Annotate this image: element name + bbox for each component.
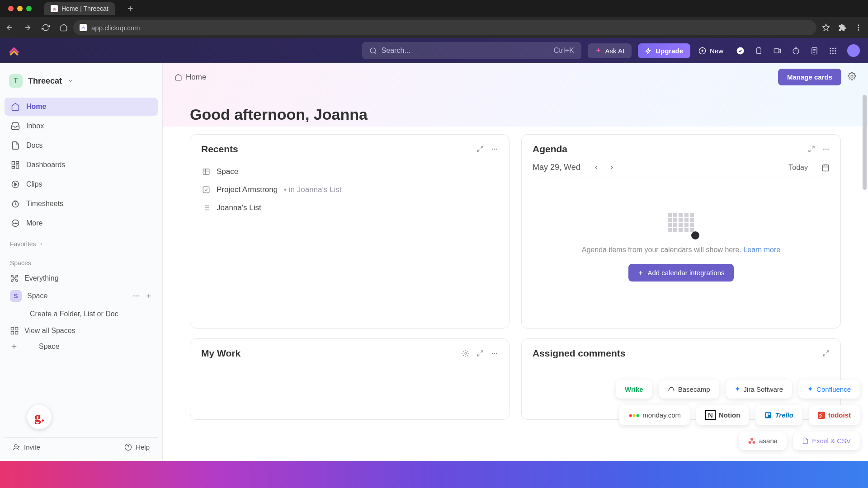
chip-asana[interactable]: asana <box>739 432 787 450</box>
inbox-icon <box>11 122 20 131</box>
svg-rect-52 <box>822 165 829 171</box>
home-icon <box>175 73 182 81</box>
chip-trello[interactable]: Trello <box>755 405 802 425</box>
svg-point-17 <box>830 52 831 54</box>
svg-rect-21 <box>16 162 19 164</box>
sidebar-space-item[interactable]: S Space <box>5 286 158 305</box>
global-search[interactable]: Search... Ctrl+K <box>362 42 581 59</box>
checkbox-icon <box>202 186 210 194</box>
window-maximize[interactable] <box>26 6 32 11</box>
list-icon <box>202 204 210 212</box>
svg-point-63 <box>753 441 755 444</box>
timesheets-icon <box>11 199 20 208</box>
today-button[interactable]: Today <box>788 164 808 172</box>
learn-more-link[interactable]: Learn more <box>743 246 780 253</box>
ellipsis-icon[interactable] <box>491 145 498 153</box>
new-button[interactable]: New <box>697 47 725 55</box>
clipboard-icon[interactable] <box>755 47 763 55</box>
apps-grid-icon[interactable] <box>829 47 837 55</box>
chip-notion[interactable]: NNotion <box>696 405 749 425</box>
expand-icon[interactable] <box>476 350 484 357</box>
expand-icon[interactable] <box>476 145 484 153</box>
recent-item-space[interactable]: Space <box>201 163 498 181</box>
svg-point-34 <box>133 296 135 297</box>
upgrade-button[interactable]: Upgrade <box>638 43 690 58</box>
kebab-menu-icon[interactable] <box>854 23 863 32</box>
chip-todoist[interactable]: todoist <box>809 405 860 425</box>
invite-button[interactable]: Invite <box>13 443 40 451</box>
help-button[interactable]: Help <box>124 443 150 451</box>
chip-confluence[interactable]: ✦Confluence <box>798 380 860 399</box>
extensions-icon[interactable] <box>838 23 846 32</box>
svg-marker-0 <box>823 24 830 31</box>
svg-point-30 <box>11 275 13 277</box>
recent-item-list[interactable]: Joanna's List <box>201 199 498 217</box>
create-doc-link[interactable]: Doc <box>105 310 118 318</box>
new-space[interactable]: Space <box>5 339 158 354</box>
home-button[interactable] <box>60 23 68 32</box>
reload-button[interactable] <box>42 23 50 32</box>
address-bar[interactable]: app.clickup.com <box>73 20 816 35</box>
svg-rect-58 <box>766 413 768 417</box>
ask-ai-button[interactable]: Ask AI <box>588 43 632 58</box>
ellipsis-icon[interactable] <box>491 350 498 357</box>
calendar-icon[interactable] <box>821 164 830 172</box>
recent-item-project[interactable]: Project Armstrong • in Joanna's List <box>201 181 498 199</box>
grammarly-bubble[interactable]: g. <box>27 405 52 429</box>
create-folder-link[interactable]: Folder <box>60 310 80 318</box>
prev-day-button[interactable] <box>593 164 599 171</box>
plus-icon[interactable] <box>145 292 152 300</box>
chip-basecamp[interactable]: Basecamp <box>659 380 719 399</box>
clickup-logo[interactable] <box>8 45 20 56</box>
svg-point-33 <box>16 280 18 282</box>
breadcrumb[interactable]: Home <box>175 73 206 82</box>
window-minimize[interactable] <box>17 6 23 11</box>
forward-button[interactable] <box>24 23 32 32</box>
plus-icon <box>637 270 644 276</box>
view-all-spaces[interactable]: View all Spaces <box>5 323 158 339</box>
sidebar-item-dashboards[interactable]: Dashboards <box>5 156 158 174</box>
svg-point-32 <box>11 280 13 282</box>
chip-jira[interactable]: ✦Jira Software <box>726 380 793 399</box>
add-calendar-button[interactable]: Add calendar integrations <box>628 264 733 282</box>
file-icon <box>802 437 809 445</box>
expand-icon[interactable] <box>822 350 830 357</box>
bolt-icon <box>645 47 652 54</box>
manage-cards-button[interactable]: Manage cards <box>778 69 841 85</box>
svg-point-44 <box>492 149 493 150</box>
sidebar-item-docs[interactable]: Docs <box>5 136 158 155</box>
check-circle-icon[interactable] <box>736 47 745 55</box>
next-day-button[interactable] <box>609 164 615 171</box>
user-avatar[interactable] <box>847 44 860 57</box>
browser-tab-active[interactable]: Home | Threecat <box>44 2 115 15</box>
new-tab-button[interactable]: + <box>127 3 133 14</box>
svg-point-50 <box>826 149 827 150</box>
chip-wrike[interactable]: Wrike <box>616 380 652 399</box>
expand-icon[interactable] <box>808 145 815 153</box>
sidebar-item-clips[interactable]: Clips <box>5 175 158 193</box>
sidebar-everything[interactable]: Everything <box>5 270 158 286</box>
favorites-section[interactable]: Favorites <box>5 232 158 251</box>
sidebar-item-more[interactable]: More <box>5 214 158 232</box>
svg-point-28 <box>15 223 16 224</box>
create-list-link[interactable]: List <box>84 310 95 318</box>
back-button[interactable] <box>5 23 14 32</box>
workspace-switcher[interactable]: T Threecat <box>5 70 158 91</box>
notepad-icon[interactable] <box>810 47 819 55</box>
chip-excel-csv[interactable]: Excel & CSV <box>793 432 860 450</box>
ellipsis-icon[interactable] <box>132 292 140 300</box>
sidebar-item-inbox[interactable]: Inbox <box>5 117 158 135</box>
bookmark-star-icon[interactable] <box>822 23 830 32</box>
svg-point-62 <box>749 441 751 444</box>
gear-icon[interactable] <box>462 350 469 357</box>
sidebar-item-timesheets[interactable]: Timesheets <box>5 195 158 213</box>
window-close[interactable] <box>8 6 14 11</box>
ellipsis-icon[interactable] <box>822 145 830 153</box>
chip-monday[interactable]: ●●●monday.com <box>619 405 690 425</box>
chevron-down-icon <box>67 78 74 84</box>
video-icon[interactable] <box>773 47 782 55</box>
svg-point-49 <box>823 149 825 150</box>
sidebar-item-home[interactable]: Home <box>5 98 158 116</box>
settings-button[interactable] <box>848 72 856 82</box>
stopwatch-icon[interactable] <box>792 47 800 55</box>
